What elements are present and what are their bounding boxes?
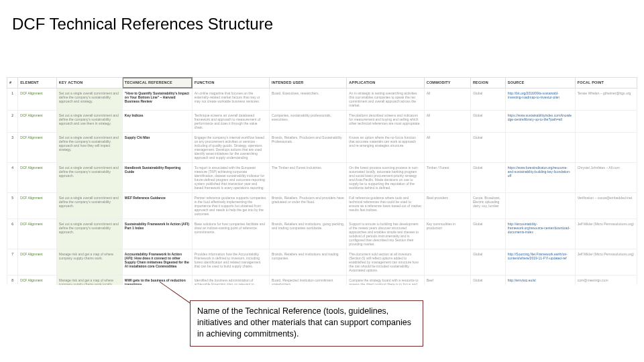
cell-region: Global [470,219,505,249]
cell-commodity: All [424,110,470,132]
reference-table-container: # ELEMENT KEY ACTION TECHNICAL REFERENCE… [7,77,637,285]
cell-techref: Accountability Framework In Action (AFI)… [122,249,192,275]
cell-region: Global [470,249,505,275]
table-row: 2DCF AlignmentSet out a single overall c… [7,110,637,132]
table-row: 4DCF AlignmentSet out a single overall c… [7,162,637,192]
cell-num: 3 [7,132,18,162]
cell-num: 7 [7,249,18,275]
cell-application: Full reference guidance where tools and … [347,192,424,219]
col-region: REGION [470,78,505,88]
cell-focal: Jeff Milder (Micro Permasolutions.org) [575,219,637,249]
cell-keyaction: Set out a single overall commitment and … [56,219,122,249]
cell-application: Support to ensure to building has develo… [347,219,424,249]
cell-techref: "How to Quantify Sustainability's Impact… [122,88,192,110]
cell-num: 4 [7,162,18,192]
col-source: SOURCE [505,78,575,88]
cell-intended: Brands, Retailers and institutions and t… [270,249,347,275]
cell-focal: Jeff Milder (Micro Permasolutions.org) [575,249,637,275]
cell-source: http://accountability-framework.org/reso… [505,219,575,249]
cell-keyaction: Manage risk and get a map of where compa… [56,275,122,285]
cell-focal: Chrystel Johnfates – All.com [575,162,637,192]
cell-focal: corn@meetings.com [575,275,637,285]
cell-function: An online magazine that focuses on the e… [192,88,269,110]
cell-function: Technique screens an overall databased f… [192,110,269,132]
cell-source: http://bit.org/2016/09/a-sustainabl-inve… [505,88,575,110]
cell-keyaction: Set out a single overall commitment and … [56,88,122,110]
cell-intended: Brands, Retailers, Producers and Sustain… [270,132,347,162]
cell-region: Global [470,132,505,162]
cell-num: 1 [7,88,18,110]
cell-region: Global [470,110,505,132]
col-element: ELEMENT [18,78,57,88]
table-row: 6DCF AlignmentSet out a single overall c… [7,219,637,249]
table-row: 5DCF AlignmentSet out a single overall c… [7,192,637,219]
cell-source: https://www.sustainabilityindex.com/know… [505,110,575,132]
cell-function: To report is associated with the Europea… [192,162,269,192]
table-row: 1DCF AlignmentSet out a single overall c… [7,88,637,110]
cell-techref: Sustainability Framework In Action (AFI)… [122,219,192,249]
cell-element: DCF Alignment [18,249,57,275]
cell-num: 8 [7,275,18,285]
cell-techref: WEF Reference Guidance [122,192,192,219]
cell-intended: Board, Executives, researchers. [270,88,347,110]
cell-num: 5 [7,192,18,219]
col-commodity: COMMODITY [424,78,470,88]
cell-intended: Brands, Retailers and institutions, goin… [270,219,347,249]
cell-element: DCF Alignment [18,88,57,110]
cell-focal [575,110,637,132]
cell-focal [575,132,637,162]
cell-num: 6 [7,219,18,249]
col-focal: FOCAL POINT [575,78,637,88]
cell-commodity: Key commodities in production [424,219,470,249]
cell-source [505,192,575,219]
col-keyaction: KEY ACTION [56,78,122,88]
cell-function: Provides information how the Accountabil… [192,249,269,275]
cell-element: DCF Alignment [18,162,57,192]
cell-function: Base solutions for how companies facilit… [192,219,269,249]
col-intended: INTENDED USER [270,78,347,88]
cell-source: https://www.forestindicator.org/resource… [505,162,575,192]
cell-techref: Handbook Sustainability Reporting Guide [122,162,192,192]
col-application: APPLICATION [347,78,424,88]
cell-element: DCF Alignment [18,132,57,162]
cell-commodity: Timber / Forest [424,162,470,192]
cell-commodity: All [424,88,470,110]
cell-application: The platform described screens and indic… [347,110,424,132]
cell-application: On the forest process sourcing process i… [347,162,424,192]
cell-region: Cocoa. Broadcast, Electric uploading dai… [470,192,505,219]
cell-commodity [424,249,470,275]
cell-function: Identified the business administration o… [192,275,269,285]
cell-function: Engage the company's internal workflow b… [192,132,269,162]
cell-source [505,132,575,162]
cell-techref: WWI gets to the business of reduction tr… [122,275,192,285]
cell-application: Knows an option where the no-focus funct… [347,132,424,162]
reference-table: # ELEMENT KEY ACTION TECHNICAL REFERENCE… [7,77,637,285]
table-body: 1DCF AlignmentSet out a single overall c… [7,88,637,285]
cell-region: Global [470,275,505,285]
cell-commodity: Real providers [424,192,470,219]
cell-application: Compare the strategy board with a resour… [347,275,424,285]
cell-num: 2 [7,110,18,132]
page-title: DCF Technical References Structure [12,15,273,34]
cell-commodity: All [424,132,470,162]
cell-application: The document sold section at all investo… [347,249,424,275]
cell-source: http://Sourcing.Net.Framework.earth/on-c… [505,249,575,275]
cell-techref: Supply Chi Màn [122,132,192,162]
cell-element: DCF Alignment [18,192,57,219]
callout-connector [159,282,193,306]
col-techref: TECHNICAL REFERENCE [122,78,192,88]
table-row: 3DCF AlignmentSet out a single overall c… [7,132,637,162]
cell-function: Partner reference guidance supports comp… [192,192,269,219]
table-row: 7DCF AlignmentManage risk and get a map … [7,249,637,275]
cell-techref: Key Indices [122,110,192,132]
callout-box: Name of the Technical Reference (tools, … [190,300,423,347]
col-num: # [7,78,18,88]
cell-intended: Companies, sustainability professionals,… [270,110,347,132]
cell-region: Global [470,88,505,110]
table-row: 8DCF AlignmentManage risk and get a map … [7,275,637,285]
cell-source: http://emvisio.eu/al [505,275,575,285]
cell-intended: The Timber and Forest Industries. [270,162,347,192]
cell-region: Global [470,162,505,192]
cell-keyaction: Manage risk and get a map of where compa… [56,249,122,275]
cell-intended: Board, Respected Institution commitment … [270,275,347,285]
